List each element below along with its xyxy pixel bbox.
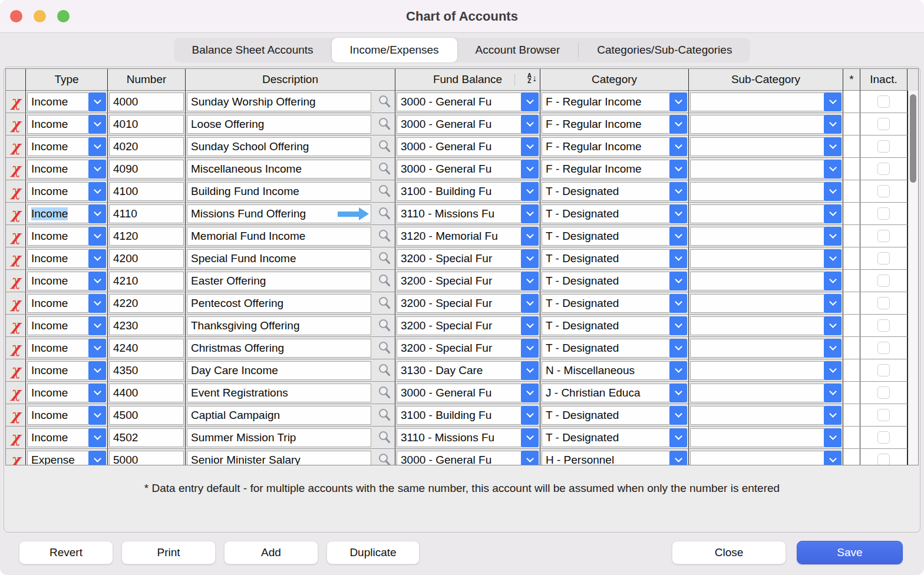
category-dropdown[interactable]: T - Designated	[542, 249, 687, 268]
delete-row-icon[interactable]: χ	[11, 430, 20, 445]
default-star-cell[interactable]	[843, 449, 860, 465]
add-button[interactable]: Add	[224, 541, 318, 564]
chevron-down-icon[interactable]	[669, 339, 687, 358]
sort-az-descending-icon[interactable]: AZ ↓	[527, 72, 537, 84]
chevron-down-icon[interactable]	[669, 384, 687, 402]
default-star-cell[interactable]	[843, 427, 860, 448]
chevron-down-icon[interactable]	[669, 115, 687, 134]
fund-balance-dropdown[interactable]: 3000 - General Fu	[397, 160, 539, 179]
chevron-down-icon[interactable]	[88, 294, 106, 313]
chevron-down-icon[interactable]	[669, 227, 687, 246]
chevron-down-icon[interactable]	[669, 451, 687, 466]
description-field[interactable]: Memorial Fund Income	[187, 227, 371, 246]
chevron-down-icon[interactable]	[669, 294, 687, 313]
lookup-magnifier-icon[interactable]	[375, 227, 394, 246]
delete-row-icon[interactable]: χ	[11, 296, 20, 310]
default-star-cell[interactable]	[843, 337, 860, 359]
category-dropdown[interactable]: T - Designated	[542, 182, 687, 201]
sub-category-dropdown[interactable]	[690, 160, 842, 179]
category-dropdown[interactable]: H - Personnel	[542, 451, 687, 466]
chevron-down-icon[interactable]	[669, 406, 687, 425]
lookup-magnifier-icon[interactable]	[375, 339, 394, 358]
chevron-down-icon[interactable]	[521, 294, 539, 313]
chevron-down-icon[interactable]	[824, 339, 842, 358]
sub-category-dropdown[interactable]	[690, 182, 842, 201]
chevron-down-icon[interactable]	[521, 384, 539, 402]
fund-balance-dropdown[interactable]: 3110 - Missions Fu	[397, 428, 539, 447]
sub-category-dropdown[interactable]	[690, 272, 842, 290]
header-inactive[interactable]: Inact.	[860, 69, 908, 91]
number-field[interactable]: 4090	[109, 160, 184, 179]
description-field[interactable]: Easter Offering	[187, 272, 371, 290]
fund-balance-dropdown[interactable]: 3110 - Missions Fu	[397, 204, 539, 223]
inactive-checkbox[interactable]	[877, 431, 890, 444]
chevron-down-icon[interactable]	[88, 451, 106, 466]
chevron-down-icon[interactable]	[669, 160, 687, 179]
header-sub-category[interactable]: Sub-Category	[689, 69, 843, 91]
lookup-magnifier-icon[interactable]	[375, 384, 394, 402]
inactive-checkbox[interactable]	[877, 454, 890, 465]
chevron-down-icon[interactable]	[521, 115, 539, 134]
type-dropdown[interactable]: Income	[27, 204, 106, 223]
category-dropdown[interactable]: T - Designated	[542, 339, 687, 358]
type-dropdown[interactable]: Income	[27, 294, 106, 313]
chevron-down-icon[interactable]	[521, 249, 539, 268]
header-number[interactable]: Number	[108, 69, 186, 91]
category-dropdown[interactable]: F - Regular Income	[542, 92, 687, 111]
inactive-checkbox[interactable]	[877, 364, 890, 376]
default-star-cell[interactable]	[843, 247, 860, 269]
lookup-magnifier-icon[interactable]	[375, 361, 394, 380]
chevron-down-icon[interactable]	[669, 137, 687, 156]
sub-category-dropdown[interactable]	[690, 428, 842, 447]
chevron-down-icon[interactable]	[521, 204, 539, 223]
chevron-down-icon[interactable]	[669, 272, 687, 290]
chevron-down-icon[interactable]	[88, 361, 106, 380]
number-field[interactable]: 4020	[109, 137, 184, 156]
type-dropdown[interactable]: Income	[27, 406, 106, 425]
chevron-down-icon[interactable]	[521, 316, 539, 335]
type-dropdown[interactable]: Income	[27, 115, 106, 134]
chevron-down-icon[interactable]	[521, 428, 539, 447]
delete-row-icon[interactable]: χ	[11, 251, 20, 266]
category-dropdown[interactable]: T - Designated	[542, 406, 687, 425]
chevron-down-icon[interactable]	[521, 160, 539, 179]
description-field[interactable]: Building Fund Income	[187, 182, 371, 201]
fund-balance-dropdown[interactable]: 3100 - Building Fu	[397, 182, 539, 201]
chevron-down-icon[interactable]	[824, 294, 842, 313]
category-dropdown[interactable]: T - Designated	[542, 316, 687, 335]
chevron-down-icon[interactable]	[669, 204, 687, 223]
default-star-cell[interactable]	[843, 225, 860, 247]
type-dropdown[interactable]: Income	[27, 137, 106, 156]
chevron-down-icon[interactable]	[669, 92, 687, 111]
delete-row-icon[interactable]: χ	[11, 408, 20, 422]
description-field[interactable]: Captial Campaign	[187, 406, 371, 425]
fund-balance-dropdown[interactable]: 3200 - Special Fur	[397, 316, 539, 335]
number-field[interactable]: 4100	[109, 182, 184, 201]
type-dropdown[interactable]: Income	[27, 428, 106, 447]
fund-balance-dropdown[interactable]: 3000 - General Fu	[397, 115, 539, 134]
chevron-down-icon[interactable]	[824, 204, 842, 223]
lookup-magnifier-icon[interactable]	[375, 316, 394, 335]
number-field[interactable]: 4000	[109, 92, 184, 111]
lookup-magnifier-icon[interactable]	[375, 294, 394, 313]
type-dropdown[interactable]: Income	[27, 384, 106, 402]
sub-category-dropdown[interactable]	[690, 92, 842, 111]
number-field[interactable]: 4502	[109, 428, 184, 447]
number-field[interactable]: 4200	[109, 249, 184, 268]
number-field[interactable]: 4220	[109, 294, 184, 313]
inactive-checkbox[interactable]	[877, 95, 890, 108]
chevron-down-icon[interactable]	[824, 227, 842, 246]
fund-balance-dropdown[interactable]: 3000 - General Fu	[397, 137, 539, 156]
category-dropdown[interactable]: T - Designated	[542, 428, 687, 447]
sub-category-dropdown[interactable]	[690, 227, 842, 246]
number-field[interactable]: 4120	[109, 227, 184, 246]
category-dropdown[interactable]: N - Miscellaneous	[542, 361, 687, 380]
chevron-down-icon[interactable]	[88, 384, 106, 402]
type-dropdown[interactable]: Income	[27, 249, 106, 268]
chevron-down-icon[interactable]	[521, 339, 539, 358]
print-button[interactable]: Print	[121, 541, 216, 564]
description-field[interactable]: Sunday School Offering	[187, 137, 371, 156]
chevron-down-icon[interactable]	[824, 451, 842, 466]
default-star-cell[interactable]	[843, 91, 860, 113]
fund-balance-dropdown[interactable]: 3200 - Special Fur	[397, 249, 539, 268]
